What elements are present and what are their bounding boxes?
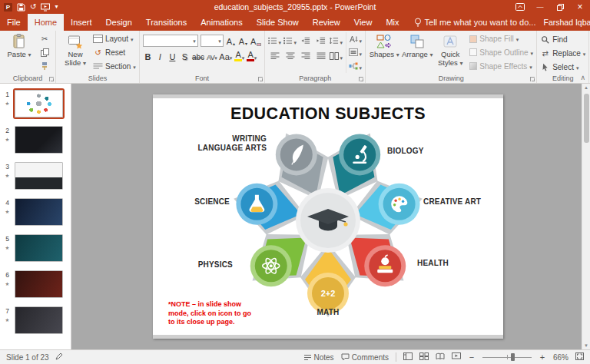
subject-label-atom[interactable]: PHYSICS — [174, 260, 233, 270]
zoom-slider-thumb[interactable] — [511, 353, 515, 361]
tell-me-box[interactable]: Tell me what you want to do... — [406, 14, 544, 31]
align-text-button[interactable] — [349, 47, 362, 58]
convert-to-smartart-button[interactable] — [349, 61, 362, 72]
replace-button[interactable]: Replace — [540, 48, 585, 59]
italic-button[interactable]: I — [155, 50, 165, 62]
subject-icon-flask[interactable] — [236, 184, 277, 225]
slide-indicator[interactable]: Slide 1 of 23 — [6, 353, 49, 362]
zoom-level[interactable]: 66% — [553, 353, 568, 362]
font-size-select[interactable] — [201, 35, 224, 47]
subject-label-palette[interactable]: CREATIVE ART — [423, 197, 497, 207]
subject-label-math[interactable]: MATH — [290, 308, 366, 317]
shape-effects-button[interactable]: Shape Effects — [469, 61, 533, 72]
decrease-font-size-button[interactable]: A — [238, 35, 248, 47]
save-icon[interactable] — [17, 3, 25, 12]
align-center-button[interactable] — [283, 50, 297, 61]
numbering-button[interactable] — [283, 35, 297, 46]
underline-button[interactable]: U — [167, 50, 177, 62]
new-slide-button[interactable]: New Slide — [59, 32, 91, 73]
scroll-up-icon[interactable]: ▲ — [584, 84, 588, 91]
subject-icon-microscope[interactable] — [339, 134, 380, 175]
slide-canvas[interactable]: 2+2 EDUCATION SUBJECTS *NOTE – in slide … — [153, 94, 503, 339]
strikethrough-button[interactable]: abc — [192, 50, 204, 62]
subject-label-apple-books[interactable]: HEALTH — [417, 259, 483, 268]
font-name-select[interactable] — [143, 35, 198, 47]
drawing-dialog-launcher[interactable] — [530, 77, 535, 81]
qat-customize-chevron[interactable] — [55, 4, 58, 10]
find-button[interactable]: Find — [540, 34, 585, 45]
vertical-scrollbar[interactable]: ▲ ▼ — [582, 84, 590, 349]
clipboard-dialog-launcher[interactable] — [49, 77, 54, 81]
align-right-button[interactable] — [299, 50, 312, 61]
shape-outline-button[interactable]: Shape Outline — [469, 47, 533, 58]
shapes-button[interactable]: Shapes — [369, 32, 399, 73]
highlight-color-button[interactable]: A — [234, 50, 244, 62]
reset-button[interactable]: Reset — [93, 47, 136, 58]
paragraph-dialog-launcher[interactable] — [359, 77, 363, 81]
tab-transitions[interactable]: Transitions — [139, 14, 194, 31]
tab-file[interactable]: File — [0, 14, 28, 31]
increase-font-size-button[interactable]: A — [226, 35, 236, 47]
quick-styles-button[interactable]: Quick Styles — [435, 32, 466, 73]
tab-review[interactable]: Review — [306, 14, 347, 31]
increase-indent-button[interactable] — [314, 35, 327, 46]
change-case-button[interactable]: Aa — [219, 50, 232, 62]
format-painter-button[interactable] — [38, 61, 51, 71]
bold-button[interactable]: B — [143, 50, 153, 62]
subject-icon-atom[interactable] — [250, 245, 292, 286]
clear-formatting-button[interactable]: A — [250, 35, 261, 47]
minimize-button[interactable] — [530, 0, 550, 14]
select-button[interactable]: Select — [540, 61, 585, 73]
powerpoint-app-icon[interactable]: P — [4, 3, 12, 12]
font-dialog-launcher[interactable] — [258, 77, 263, 81]
ribbon-display-options-icon[interactable] — [510, 0, 530, 14]
tab-animations[interactable]: Animations — [194, 14, 249, 31]
graduation-cap-icon[interactable] — [296, 188, 360, 253]
bullets-button[interactable] — [268, 35, 281, 46]
justify-button[interactable] — [314, 50, 327, 61]
zoom-in-button[interactable]: + — [539, 352, 546, 362]
shape-fill-button[interactable]: Shape Fill — [469, 33, 533, 45]
normal-view-button[interactable] — [403, 352, 413, 362]
slide-thumbnail-6[interactable] — [15, 270, 63, 298]
slide-thumbnail-7[interactable] — [15, 306, 63, 334]
line-spacing-button[interactable] — [330, 35, 343, 46]
collapse-ribbon-button[interactable] — [580, 74, 585, 81]
arrange-button[interactable]: Arrange — [401, 32, 433, 73]
text-shadow-button[interactable]: S — [180, 50, 190, 62]
slideshow-view-button[interactable] — [452, 352, 461, 362]
close-button[interactable] — [570, 0, 590, 14]
cut-button[interactable] — [38, 34, 51, 45]
font-color-button[interactable]: A — [247, 50, 257, 62]
align-left-button[interactable] — [268, 50, 281, 61]
subject-label-quill[interactable]: WRITING LANGUAGE ARTS — [190, 134, 267, 153]
slide-thumbnail-5[interactable] — [15, 234, 63, 262]
slide-thumbnail-4[interactable] — [15, 198, 63, 226]
text-direction-button[interactable] — [349, 33, 362, 45]
subject-icon-palette[interactable] — [379, 184, 420, 225]
notes-button[interactable]: Notes — [303, 353, 334, 362]
restore-button[interactable] — [550, 0, 570, 14]
decrease-indent-button[interactable] — [299, 35, 312, 46]
subject-icon-apple-books[interactable] — [364, 245, 406, 286]
slide-title[interactable]: EDUCATION SUBJECTS — [153, 104, 503, 124]
tab-mix[interactable]: Mix — [379, 14, 406, 31]
scrollbar-thumb[interactable] — [584, 94, 589, 143]
slide-thumbnail-2[interactable] — [15, 126, 63, 154]
subject-icon-quill[interactable] — [276, 134, 317, 175]
character-spacing-button[interactable]: AV — [207, 50, 217, 62]
undo-icon[interactable] — [30, 3, 36, 11]
account-name[interactable]: Farshad Iqbal — [543, 18, 590, 27]
slide-sorter-view-button[interactable] — [419, 352, 429, 362]
start-slideshow-icon[interactable] — [41, 3, 50, 12]
fit-slide-to-window-button[interactable] — [575, 352, 584, 362]
paste-button[interactable]: Paste — [3, 32, 35, 73]
slide-thumbnail-1[interactable] — [15, 90, 63, 117]
tab-insert[interactable]: Insert — [64, 14, 99, 31]
ink-icon[interactable] — [55, 352, 63, 362]
scroll-down-icon[interactable]: ▼ — [584, 342, 588, 349]
columns-button[interactable] — [330, 50, 343, 61]
subject-label-flask[interactable]: SCIENCE — [167, 197, 230, 207]
slide-note[interactable]: *NOTE – in slide show mode, click on ico… — [168, 300, 254, 327]
section-button[interactable]: Section — [93, 61, 136, 72]
